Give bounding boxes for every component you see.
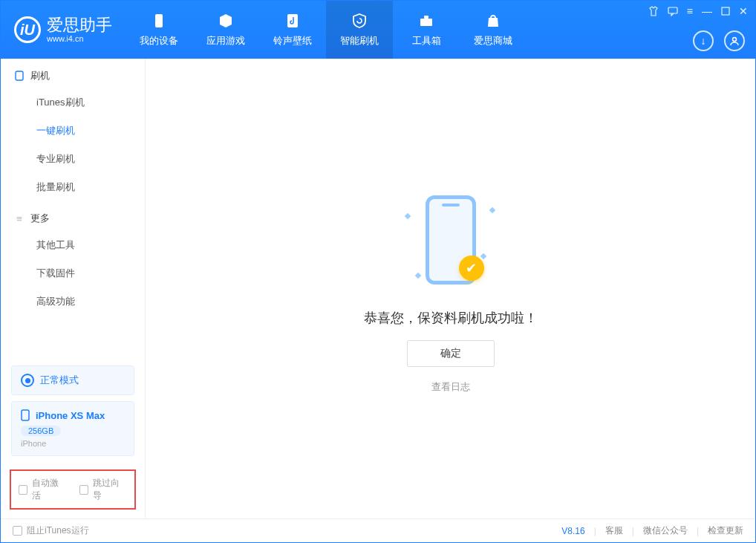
sidebar-item-other[interactable]: 其他工具 bbox=[1, 231, 145, 259]
sidebar-item-oneclick[interactable]: 一键刷机 bbox=[1, 117, 145, 145]
bag-icon bbox=[484, 12, 502, 30]
logo: iU 爱思助手 www.i4.cn bbox=[1, 16, 126, 43]
statusbar: 阻止iTunes运行 V8.16 | 客服 | 微信公众号 | 检查更新 bbox=[1, 518, 755, 542]
nav-apps[interactable]: 应用游戏 bbox=[192, 1, 259, 59]
nav-ringtone[interactable]: 铃声壁纸 bbox=[259, 1, 326, 59]
app-site: www.i4.cn bbox=[47, 35, 112, 43]
status-wechat[interactable]: 微信公众号 bbox=[643, 524, 688, 537]
cube-icon bbox=[217, 12, 235, 30]
version-label: V8.16 bbox=[561, 526, 584, 536]
phone-icon bbox=[14, 71, 25, 81]
view-log-link[interactable]: 查看日志 bbox=[431, 380, 470, 394]
device-phone-icon bbox=[21, 409, 30, 421]
svg-rect-0 bbox=[155, 14, 163, 27]
shield-refresh-icon bbox=[351, 12, 368, 30]
success-illustration: ✔ bbox=[395, 184, 506, 296]
device-icon bbox=[150, 12, 168, 30]
svg-rect-4 bbox=[668, 7, 677, 13]
nav-device[interactable]: 我的设备 bbox=[126, 1, 192, 59]
check-badge-icon: ✔ bbox=[459, 256, 484, 281]
status-support[interactable]: 客服 bbox=[605, 524, 623, 537]
device-storage: 256GB bbox=[21, 426, 61, 436]
body: 刷机 iTunes刷机 一键刷机 专业刷机 批量刷机 ≡ 更多 其他工具 下载固… bbox=[1, 59, 755, 518]
shirt-icon[interactable] bbox=[648, 6, 659, 16]
sidebar-group-more: ≡ 更多 bbox=[1, 201, 145, 231]
list-icon: ≡ bbox=[14, 213, 25, 224]
window-controls: ≡ — ✕ bbox=[648, 5, 748, 17]
ok-button[interactable]: 确定 bbox=[407, 340, 495, 367]
svg-point-6 bbox=[733, 38, 737, 42]
maximize-button[interactable] bbox=[721, 7, 730, 16]
svg-rect-8 bbox=[22, 410, 29, 420]
check-block-itunes[interactable]: 阻止iTunes运行 bbox=[13, 524, 89, 537]
minimize-button[interactable]: — bbox=[702, 5, 712, 17]
sidebar: 刷机 iTunes刷机 一键刷机 专业刷机 批量刷机 ≡ 更多 其他工具 下载固… bbox=[1, 59, 146, 518]
mode-label: 正常模式 bbox=[40, 374, 79, 387]
mode-icon bbox=[21, 374, 34, 387]
status-update[interactable]: 检查更新 bbox=[708, 524, 743, 537]
device-type: iPhone bbox=[21, 439, 125, 448]
toolbox-icon bbox=[417, 12, 435, 30]
checks-highlight: 自动激活 跳过向导 bbox=[10, 469, 136, 510]
music-file-icon bbox=[284, 12, 302, 30]
header-right-icons: ↓ bbox=[693, 30, 745, 51]
feedback-icon[interactable] bbox=[668, 6, 678, 16]
sidebar-item-advanced[interactable]: 高级功能 bbox=[1, 287, 145, 316]
svg-rect-3 bbox=[424, 16, 428, 19]
app-name: 爱思助手 bbox=[47, 17, 112, 33]
sidebar-item-pro[interactable]: 专业刷机 bbox=[1, 145, 145, 173]
logo-icon: iU bbox=[14, 16, 41, 43]
nav-toolbox[interactable]: 工具箱 bbox=[393, 1, 460, 59]
mode-card[interactable]: 正常模式 bbox=[11, 365, 134, 395]
sidebar-group-flash: 刷机 bbox=[1, 59, 145, 88]
user-icon[interactable] bbox=[724, 30, 745, 51]
top-nav: 我的设备 应用游戏 铃声壁纸 智能刷机 工具箱 爱思商城 bbox=[126, 1, 527, 59]
checkbox-icon bbox=[13, 526, 22, 536]
svg-rect-7 bbox=[16, 71, 23, 80]
svg-rect-1 bbox=[287, 14, 298, 27]
success-message: 恭喜您，保资料刷机成功啦！ bbox=[364, 309, 538, 327]
sidebar-item-firmware[interactable]: 下载固件 bbox=[1, 259, 145, 287]
checkbox-icon bbox=[19, 485, 27, 495]
app-window: iU 爱思助手 www.i4.cn 我的设备 应用游戏 铃声壁纸 智能刷机 bbox=[0, 0, 756, 543]
main-content: ✔ 恭喜您，保资料刷机成功啦！ 确定 查看日志 bbox=[146, 59, 755, 518]
svg-rect-2 bbox=[420, 19, 432, 26]
sidebar-item-batch[interactable]: 批量刷机 bbox=[1, 173, 145, 201]
device-name: iPhone XS Max bbox=[36, 410, 105, 421]
check-skip-guide[interactable]: 跳过向导 bbox=[79, 477, 127, 502]
sidebar-item-itunes[interactable]: iTunes刷机 bbox=[1, 88, 145, 117]
download-icon[interactable]: ↓ bbox=[693, 30, 714, 51]
header: iU 爱思助手 www.i4.cn 我的设备 应用游戏 铃声壁纸 智能刷机 bbox=[1, 1, 755, 59]
nav-store[interactable]: 爱思商城 bbox=[460, 1, 527, 59]
nav-flash[interactable]: 智能刷机 bbox=[326, 1, 393, 59]
checkbox-icon bbox=[79, 485, 88, 495]
check-auto-activate[interactable]: 自动激活 bbox=[19, 477, 66, 502]
device-card[interactable]: iPhone XS Max 256GB iPhone bbox=[11, 401, 134, 456]
close-button[interactable]: ✕ bbox=[739, 5, 748, 17]
svg-rect-5 bbox=[722, 7, 729, 15]
menu-icon[interactable]: ≡ bbox=[687, 5, 693, 17]
